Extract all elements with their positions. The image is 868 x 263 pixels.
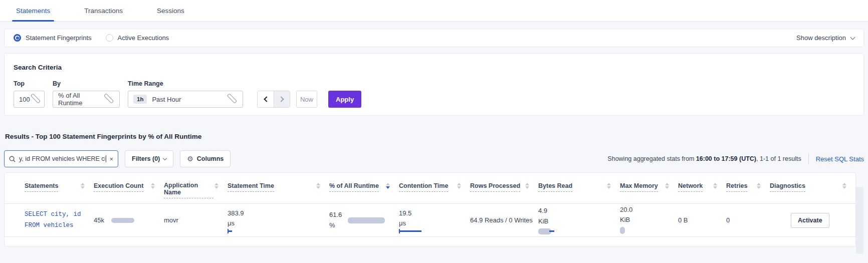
statement-link[interactable]: SELECT city, id FROM vehicles — [25, 209, 87, 231]
sort-icon-active-desc[interactable] — [386, 183, 390, 189]
column-header-retries: Retries — [726, 182, 770, 198]
aggregated-stats-text: Showing aggregated stats from 16:00 to 1… — [607, 155, 801, 162]
radio-active-executions[interactable]: Active Executions — [106, 34, 169, 42]
time-range-select[interactable]: 1h Past Hour — [128, 91, 243, 108]
clear-search-icon[interactable]: × — [109, 155, 113, 163]
diagnostics-cell: Activate — [770, 213, 855, 228]
stats-time-range: 16:00 to 17:59 (UTC) — [696, 155, 756, 162]
sort-icon[interactable] — [316, 183, 320, 189]
sort-icon[interactable] — [665, 183, 669, 189]
bytes-read-bar — [538, 228, 620, 234]
time-step-buttons — [257, 91, 290, 108]
bytes-read-cell: 4.9 KiB — [538, 206, 620, 234]
sort-icon[interactable] — [607, 183, 611, 189]
statement-time-bar — [228, 230, 232, 232]
chevron-down-icon — [104, 93, 114, 104]
table-header-row: Statements Execution Count Application N… — [5, 173, 855, 204]
top-field: Top 100 — [14, 80, 45, 108]
radio-label: Statement Fingerprints — [26, 34, 92, 42]
divider — [808, 153, 809, 164]
statement-time-cell: 383.9 μs — [228, 208, 329, 232]
chevron-down-icon — [227, 93, 238, 104]
filters-button[interactable]: Filters (0) — [125, 150, 173, 167]
table-scrollbar-track[interactable] — [856, 187, 863, 254]
rows-processed-cell: 64.9 Reads / 0 Writes — [470, 216, 538, 224]
by-select[interactable]: % of All Runtime — [53, 91, 120, 108]
gear-icon: ⚙ — [187, 155, 193, 163]
tab-statements[interactable]: Statements — [12, 1, 54, 21]
contention-time-cell: 19.5 μs — [399, 208, 470, 232]
runtime-bar — [348, 217, 385, 223]
reset-sql-stats-link[interactable]: Reset SQL Stats — [816, 155, 864, 163]
search-criteria-title: Search Criteria — [14, 64, 854, 71]
results-heading: Results - Top 100 Statement Fingerprints… — [5, 133, 863, 140]
column-header-execution-count: Execution Count — [94, 182, 164, 198]
chevron-right-icon — [278, 96, 284, 102]
statement-search-input[interactable]: y, id FROM vehicles WHERE city = $1 × — [4, 150, 118, 167]
filters-label: Filters (0) — [132, 155, 160, 162]
runtime-cell: 61.6 % — [329, 210, 399, 230]
column-header-bytes-read: Bytes Read — [538, 182, 620, 198]
statements-table: Statements Execution Count Application N… — [4, 172, 856, 246]
radio-statement-fingerprints[interactable]: Statement Fingerprints — [14, 34, 92, 42]
columns-label: Columns — [197, 155, 224, 162]
chevron-left-icon — [264, 96, 269, 102]
next-time-button[interactable] — [274, 91, 290, 107]
table-row: SELECT city, id FROM vehicles 45k movr 3… — [5, 204, 855, 237]
sort-icon[interactable] — [457, 183, 461, 189]
tab-transactions[interactable]: Transactions — [80, 1, 127, 21]
now-button[interactable]: Now — [296, 91, 317, 108]
column-header-statement-time: Statement Time — [228, 182, 329, 198]
column-header-statements: Statements — [25, 182, 94, 198]
apply-button[interactable]: Apply — [328, 91, 361, 108]
column-header-rows-processed: Rows Processed — [470, 182, 538, 198]
contention-time-bar — [399, 230, 421, 232]
execution-count-bar — [111, 218, 134, 223]
chevron-down-icon — [30, 93, 41, 104]
column-header-max-memory: Max Memory — [620, 182, 678, 198]
chevron-down-icon — [850, 35, 855, 40]
search-icon — [9, 156, 16, 162]
application-name-cell: movr — [164, 216, 228, 224]
sort-icon[interactable] — [525, 183, 529, 189]
radio-label: Active Executions — [118, 34, 169, 42]
column-header-runtime: % of All Runtime — [329, 182, 399, 198]
sort-icon[interactable] — [214, 183, 219, 189]
sort-icon[interactable] — [757, 183, 761, 189]
time-range-value: Past Hour — [152, 96, 181, 103]
top-select[interactable]: 100 — [14, 91, 45, 108]
column-header-diagnostics: Diagnostics — [770, 182, 855, 198]
search-criteria-card: Search Criteria Top 100 By % of All Runt… — [4, 53, 864, 116]
sql-activity-tabbar: Statements Transactions Sessions — [0, 0, 868, 22]
network-cell: 0 B — [678, 216, 726, 224]
show-description-toggle[interactable]: Show description — [796, 34, 854, 42]
sort-icon[interactable] — [81, 183, 85, 189]
text-cursor — [106, 155, 106, 162]
sort-icon[interactable] — [713, 183, 717, 189]
columns-button[interactable]: ⚙ Columns — [180, 150, 231, 167]
top-label: Top — [14, 80, 45, 87]
column-header-network: Network — [678, 182, 726, 198]
execution-count-cell: 45k — [94, 216, 164, 224]
search-input-value[interactable]: y, id FROM vehicles WHERE city = $1 — [19, 155, 105, 162]
by-select-value: % of All Runtime — [58, 92, 103, 107]
by-field: By % of All Runtime — [53, 80, 120, 108]
radio-unselected-icon — [106, 34, 113, 42]
tab-sessions[interactable]: Sessions — [153, 1, 188, 21]
radio-selected-icon — [14, 34, 21, 42]
max-memory-cell: 20.0 KiB — [620, 205, 678, 235]
previous-time-button[interactable] — [258, 91, 274, 107]
results-toolbar: y, id FROM vehicles WHERE city = $1 × Fi… — [4, 150, 864, 167]
time-range-badge: 1h — [133, 95, 147, 104]
view-toggle-bar: Statement Fingerprints Active Executions… — [4, 29, 864, 47]
activate-diagnostics-button[interactable]: Activate — [791, 213, 829, 228]
time-range-field: Time Range 1h Past Hour — [128, 80, 243, 108]
sort-icon[interactable] — [151, 183, 155, 189]
top-select-value: 100 — [19, 96, 30, 103]
max-memory-bar — [620, 227, 625, 234]
by-label: By — [53, 80, 120, 87]
column-header-contention-time: Contention Time — [399, 182, 470, 198]
sort-icon[interactable] — [842, 183, 846, 189]
chevron-down-icon — [163, 156, 167, 160]
show-description-label: Show description — [796, 34, 846, 42]
